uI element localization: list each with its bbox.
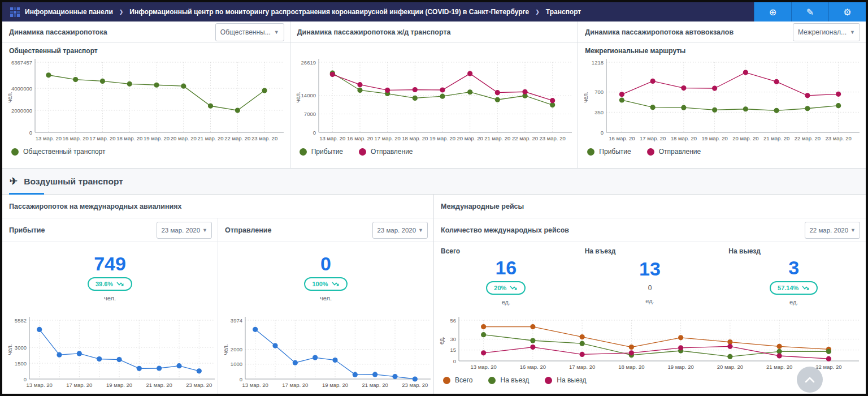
air-transport-section-bar: ✈ Воздушный транспорт (2, 169, 866, 195)
chevron-down-icon: ▼ (274, 29, 279, 35)
svg-text:18 мар. 20: 18 мар. 20 (671, 135, 697, 141)
edit-button[interactable]: ✎ (791, 2, 828, 21)
route-type-dropdown[interactable]: Межрегионал...▼ (793, 23, 860, 41)
svg-text:7000: 7000 (304, 111, 316, 117)
svg-text:16 мар. 20: 16 мар. 20 (63, 135, 89, 141)
chevron-right-icon: ❯ (534, 9, 541, 15)
flights-chart: 0153056ед.13 мар. 2016 мар. 2017 мар. 20… (437, 315, 860, 371)
svg-text:23 мар. 20: 23 мар. 20 (826, 135, 852, 141)
svg-text:17 мар. 20: 17 мар. 20 (89, 135, 115, 141)
departure-mini-chart: 0100020003974чел.13 мар. 2017 мар. 2019 … (222, 315, 432, 389)
top-nav: Информационные панели ❯ Информационный ц… (2, 2, 866, 21)
svg-text:3000: 3000 (15, 345, 27, 351)
bus-station-chart: 03507001218чел.16 мар. 2017 мар. 2018 ма… (581, 57, 861, 143)
svg-text:0: 0 (29, 130, 32, 136)
legend-item[interactable]: Отправление (359, 148, 413, 156)
dropdown-value: Общественны... (220, 28, 271, 36)
svg-text:350: 350 (594, 109, 604, 115)
legend-item[interactable]: Всего (443, 376, 472, 384)
svg-text:19 мар. 20: 19 мар. 20 (144, 135, 170, 141)
svg-text:21 мар. 20: 21 мар. 20 (197, 135, 223, 141)
departure-unit: чел. (320, 295, 332, 302)
legend-item[interactable]: На выезд (545, 376, 586, 384)
stat-unit: ед. (789, 299, 798, 305)
svg-text:ед.: ед. (439, 337, 445, 345)
panel-header: Динамика пассажиропотока автовокзалов Ме… (578, 21, 866, 43)
arrival-unit: чел. (104, 295, 116, 302)
inbound-delta-plain: 0 (648, 282, 652, 294)
legend-item[interactable]: Отправление (647, 148, 701, 156)
date-value: 23 мар. 2020 (161, 227, 200, 234)
svg-text:чел.: чел. (7, 92, 13, 102)
gear-icon: ⚙ (843, 7, 851, 18)
stat-value: 3 (788, 258, 799, 277)
chart-title: Общественный транспорт (2, 43, 290, 55)
svg-text:20 мар. 20: 20 мар. 20 (457, 135, 483, 141)
svg-text:16 мар. 20: 16 мар. 20 (609, 135, 635, 141)
svg-text:21 мар. 20: 21 мар. 20 (146, 382, 172, 388)
tab-air-transport[interactable]: ✈ Воздушный транспорт (10, 175, 123, 187)
legend-item[interactable]: Общественный транспорт (11, 148, 106, 156)
legend-item[interactable]: Прибытие (300, 148, 343, 156)
svg-text:чел.: чел. (7, 344, 13, 355)
departure-date-select[interactable]: 23 мар. 2020▼ (372, 222, 428, 239)
svg-text:20 мар. 20: 20 мар. 20 (733, 135, 759, 141)
svg-text:16 мар. 20: 16 мар. 20 (347, 135, 373, 141)
delta-value: 39.6% (96, 281, 113, 287)
svg-text:21 мар. 20: 21 мар. 20 (763, 135, 789, 141)
svg-text:16 мар. 20: 16 мар. 20 (520, 364, 546, 370)
scroll-to-top-button[interactable] (797, 367, 823, 393)
svg-text:4000000: 4000000 (11, 85, 32, 92)
stat-label: На выезд (728, 247, 761, 255)
breadcrumb-item-transport[interactable]: Транспорт (546, 8, 581, 16)
departure-stat: 0 100% чел. (218, 242, 433, 313)
settings-button[interactable]: ⚙ (828, 2, 866, 21)
svg-text:чел.: чел. (583, 92, 589, 102)
arrival-stat: 749 39.6% чел. (2, 242, 218, 313)
svg-text:14000: 14000 (301, 92, 315, 98)
svg-text:13 мар. 20: 13 мар. 20 (27, 382, 53, 388)
svg-text:1500: 1500 (15, 360, 27, 367)
svg-text:17 мар. 20: 17 мар. 20 (282, 382, 308, 388)
svg-text:2000: 2000 (231, 346, 242, 352)
svg-text:56: 56 (450, 317, 456, 324)
arrival-mini-chart: 0150030005582чел.13 мар. 2017 мар. 2019 … (6, 315, 216, 389)
legend-item[interactable]: На въезд (488, 376, 529, 384)
total-delta-badge: 20% (486, 281, 526, 295)
trending-down-icon (802, 285, 810, 291)
svg-text:18 мар. 20: 18 мар. 20 (402, 135, 428, 141)
add-panel-button[interactable]: ⊕ (754, 2, 791, 21)
svg-text:23 мар. 20: 23 мар. 20 (251, 135, 277, 141)
trending-down-icon (332, 281, 340, 287)
flights-date-select[interactable]: 22 мар. 2020▼ (805, 222, 860, 239)
arrival-delta-badge: 39.6% (88, 277, 132, 291)
panel-header: Динамика пассажиропотока ж/д транспорта (290, 21, 578, 43)
svg-text:18 мар. 20: 18 мар. 20 (116, 135, 142, 141)
airlines-columns: Прибытие 23 мар. 2020▼ 749 39.6% чел. 01… (2, 218, 433, 394)
transport-type-dropdown[interactable]: Общественны...▼ (215, 23, 284, 41)
date-value: 22 мар. 2020 (809, 227, 848, 234)
svg-text:21 мар. 20: 21 мар. 20 (362, 382, 388, 388)
nav-actions: ⊕ ✎ ⚙ (754, 2, 866, 21)
public-transport-chart: 0200000040000006367457чел.13 мар. 2016 м… (6, 57, 285, 143)
breadcrumb-item-covid-center[interactable]: Информационный центр по мониторингу расп… (129, 8, 529, 16)
departure-subheader: Отправление 23 мар. 2020▼ (218, 218, 433, 242)
chart-legend: ПрибытиеОтправление (290, 143, 578, 156)
breadcrumb-item-panels[interactable]: Информационные панели (25, 8, 113, 16)
pencil-icon: ✎ (806, 7, 814, 18)
svg-text:15: 15 (450, 347, 456, 353)
stat-outbound: На выезд 3 57.14% ед. (722, 242, 866, 313)
legend-item[interactable]: Прибытие (587, 148, 631, 156)
stat-inbound: На въезд 13 0 ед. (578, 242, 722, 313)
svg-text:17 мар. 20: 17 мар. 20 (640, 135, 666, 141)
arrival-column: Прибытие 23 мар. 2020▼ 749 39.6% чел. 01… (2, 218, 218, 394)
trending-down-icon (510, 285, 518, 291)
panel-intl-flights: Международные рейсы Количество междунаро… (434, 195, 866, 394)
arrival-date-select[interactable]: 23 мар. 2020▼ (157, 222, 212, 239)
svg-text:13 мар. 20: 13 мар. 20 (471, 364, 497, 370)
panel-title: Динамика пассажиропотока автовокзалов (585, 28, 734, 36)
svg-text:19 мар. 20: 19 мар. 20 (106, 382, 132, 388)
svg-text:6367457: 6367457 (11, 59, 32, 66)
svg-text:20 мар. 20: 20 мар. 20 (717, 364, 743, 370)
apps-grid-icon[interactable] (10, 7, 20, 17)
